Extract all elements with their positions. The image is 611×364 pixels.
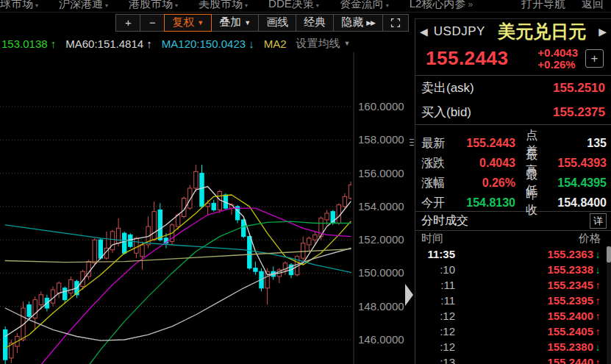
bid-label: 买入(bid)	[421, 104, 471, 121]
arrow-up-icon: ↑	[593, 357, 602, 364]
stat-value: 0.4043	[451, 157, 515, 170]
change-abs: +0.4043	[537, 46, 578, 59]
stats-row-1: 最新155.2443点差135	[421, 128, 607, 148]
quote-panel: ◀ USDJPY 美元兑日元 ▶ 155.2443 +0.4043 +0.26%…	[415, 18, 611, 364]
tape-time: :11	[421, 294, 455, 307]
tape-price: 155.2338	[547, 263, 593, 276]
ask-row: 卖出(ask) 155.2510	[415, 76, 611, 100]
tape-scrollbar[interactable]	[607, 246, 611, 364]
nav-item-label: 资金流向	[340, 0, 384, 10]
arrow-up-icon: ↑	[593, 295, 602, 307]
top-nav-bar: 球市场▾沪深港通▾港股市场▾美股市场▾DDE决策▾资金流向▾L2核心内参» 打开…	[0, 0, 611, 13]
zoom-in-button[interactable]: +	[115, 14, 140, 32]
nav-caret-icon: ▾	[386, 2, 389, 9]
nav-caret-icon: ▾	[35, 2, 38, 9]
tape-column-headers: 时间 价格	[415, 231, 611, 246]
tape-time: :13	[421, 356, 455, 364]
tape-price: 155.2380	[547, 340, 593, 353]
stat-value: 154.4395	[546, 176, 607, 190]
stat-label: 今开	[421, 196, 451, 211]
ma-legend-item-1: 153.0138 ↑	[1, 38, 56, 50]
tape-detail-button[interactable]: 详	[590, 213, 607, 229]
arrow-up-icon: ↑	[593, 279, 602, 291]
tape-scrollbar-thumb[interactable]	[607, 246, 611, 263]
zoom-out-button-label: −	[149, 16, 156, 29]
nav-item-5[interactable]: DDE决策▾	[268, 0, 319, 11]
ma-legend-item-4: MA2	[264, 38, 287, 50]
panel-collapse-arrow-icon[interactable]	[405, 284, 413, 306]
tape-price: 155.2405	[547, 325, 593, 338]
ma-legend-item-2: MA60:151.4814 ↑	[65, 38, 152, 50]
y-axis-label: 154.0000	[358, 200, 404, 213]
bid-row: 买入(bid) 155.2375	[415, 100, 611, 124]
kline-chart[interactable]: 160.0000158.0000156.0000154.0000152.0000…	[0, 52, 409, 364]
nav-more-icon: »	[468, 0, 473, 10]
tape-row: :11155.2395↑	[415, 293, 611, 308]
tape-time: :12	[421, 340, 455, 353]
time-sales-list: 11:35155.2363↓:10155.2338↓:11155.2345↑:1…	[415, 246, 611, 364]
nav-item-label: 球市场	[0, 0, 33, 10]
tape-row: :10155.2338↓	[415, 262, 611, 277]
draw-line-button[interactable]: 画线	[258, 14, 296, 32]
tape-row: 11:35155.2363↓	[415, 246, 611, 262]
panel-resize-grip[interactable]	[409, 137, 415, 149]
ma-settings-dropdown[interactable]: 设置均线▼	[296, 37, 351, 51]
hide-button[interactable]: 隐藏▶▶	[333, 14, 383, 32]
classic-button-label: 经典	[304, 15, 326, 29]
nav-open-navigation[interactable]: 打开导航	[521, 0, 565, 11]
expand-arrows-icon: ▶▶	[366, 19, 375, 26]
tape-col-price: 价格	[579, 232, 601, 246]
stat-value: 154.8400	[546, 196, 607, 210]
stat-value: 155.4393	[546, 157, 607, 170]
tape-time: :12	[421, 310, 455, 322]
tape-title: 分时成交	[421, 213, 468, 229]
next-symbol-button[interactable]: ▶	[599, 26, 607, 38]
quote-stats: 最新155.2443点差135涨跌0.4043最高155.4393涨幅0.26%…	[415, 125, 611, 211]
y-axis-label: 148.0000	[358, 300, 404, 313]
tape-time: :10	[421, 263, 455, 276]
draw-line-button-label: 画线	[266, 15, 288, 29]
tape-price: 155.2395	[547, 294, 593, 307]
nav-item-label: DDE决策	[268, 0, 314, 10]
nav-item-2[interactable]: 沪深港通▾	[59, 0, 108, 11]
ma-settings-label: 设置均线	[296, 37, 340, 51]
tape-time: :12	[421, 325, 455, 338]
stat-label: 昨收	[515, 188, 546, 218]
hide-button-label: 隐藏	[341, 15, 363, 29]
tape-price: 155.2363	[547, 248, 593, 260]
add-to-watchlist-button[interactable]: +	[585, 49, 604, 68]
y-axis-label: 150.0000	[358, 266, 404, 279]
fullscreen-icon	[390, 18, 401, 28]
ma-legend-item-3: MA120:150.0423 ↓	[162, 38, 254, 50]
nav-caret-icon: ▾	[105, 2, 108, 9]
ma-line-ma30	[53, 221, 351, 364]
adjust-price-button[interactable]: 复权▼	[164, 14, 212, 32]
nav-item-label: 沪深港通	[59, 0, 103, 10]
stat-label: 涨幅	[421, 176, 451, 191]
nav-item-7[interactable]: L2核心内参»	[410, 0, 473, 11]
tape-price: 155.2440	[547, 356, 593, 364]
classic-button[interactable]: 经典	[296, 14, 334, 32]
stat-value: 135	[546, 137, 607, 150]
symbol-name: 美元兑日元	[491, 20, 593, 43]
nav-item-3[interactable]: 港股市场▾	[129, 0, 178, 11]
nav-item-1[interactable]: 球市场▾	[0, 0, 38, 11]
tape-row: :13155.2440↑	[415, 354, 611, 364]
zoom-out-button[interactable]: −	[140, 14, 165, 32]
y-axis-label: 146.0000	[358, 333, 404, 346]
overlay-button[interactable]: 叠加▼	[211, 14, 259, 32]
nav-item-4[interactable]: 美股市场▾	[199, 0, 248, 11]
nav-item-6[interactable]: 资金流向▾	[340, 0, 389, 11]
arrow-down-icon: ↓	[593, 341, 602, 353]
arrow-up-icon: ↑	[593, 326, 602, 338]
dropdown-caret-icon: ▼	[197, 19, 204, 26]
zoom-in-button-label: +	[125, 16, 132, 29]
tape-price: 155.2400	[547, 310, 593, 322]
tape-row: :12155.2400↑	[415, 308, 611, 324]
fullscreen-button[interactable]	[382, 14, 409, 32]
tape-col-time: 时间	[421, 232, 443, 246]
prev-symbol-button[interactable]: ◀	[420, 26, 428, 38]
nav-back[interactable]: 返回	[582, 0, 604, 11]
arrow-down-icon: ↓	[593, 264, 602, 276]
stat-value: 0.26%	[451, 176, 515, 190]
